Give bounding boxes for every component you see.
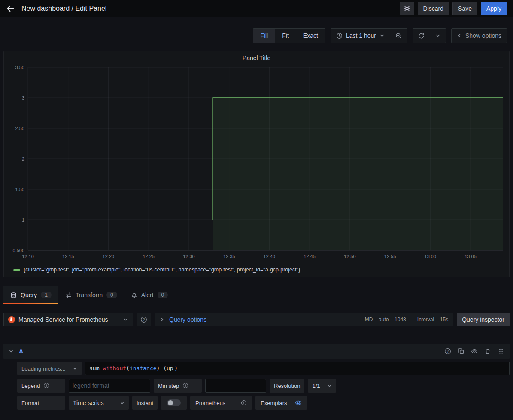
chevron-left-icon	[457, 33, 462, 38]
svg-text:12:35: 12:35	[223, 254, 235, 259]
resolution-label: Resolution	[274, 383, 300, 389]
zoom-out-icon	[395, 33, 402, 39]
instant-label: Instant	[137, 400, 153, 406]
legend-format-input[interactable]	[69, 379, 150, 393]
toggle-knob	[168, 400, 173, 405]
refresh-button[interactable]	[413, 29, 430, 43]
resolution-value: 1/1	[312, 383, 320, 389]
chart-legend[interactable]: {cluster="gmp-test", job="prom-example",…	[13, 265, 507, 274]
view-mode-exact[interactable]: Exact	[296, 29, 325, 43]
query-help-icon[interactable]: ?	[444, 348, 451, 355]
legend-label-chip: Legend	[17, 379, 65, 393]
svg-text:?: ?	[447, 349, 449, 353]
svg-text:3.50: 3.50	[15, 65, 24, 70]
svg-text:2: 2	[22, 156, 24, 161]
discard-button[interactable]: Discard	[418, 2, 449, 15]
show-options-label: Show options	[465, 32, 501, 39]
refresh-group	[413, 28, 446, 43]
chevron-down-icon	[123, 317, 128, 322]
instant-toggle[interactable]	[167, 399, 181, 406]
duplicate-query-icon[interactable]	[458, 348, 464, 355]
delete-query-trash-icon[interactable]	[484, 348, 491, 355]
resolution-select[interactable]: 1/1	[308, 379, 336, 393]
datasource-name: Managed Service for Prometheus	[18, 316, 108, 323]
svg-text:12:45: 12:45	[304, 254, 316, 259]
promql-expression-input[interactable]: sum without(instance) (up)	[85, 362, 510, 375]
legend-series-marker	[13, 269, 20, 271]
svg-text:12:50: 12:50	[344, 254, 356, 259]
svg-text:13:00: 13:00	[425, 254, 437, 259]
page-title: New dashboard / Edit Panel	[21, 5, 106, 12]
query-row-header[interactable]: A ?	[3, 344, 510, 359]
save-button[interactable]: Save	[452, 2, 477, 15]
svg-text:12:30: 12:30	[183, 254, 195, 259]
metric-select[interactable]: Loading metrics...	[17, 362, 82, 375]
time-range-label: Last 1 hour	[346, 32, 376, 39]
tab-alert-count: 0	[158, 292, 168, 298]
datasource-picker[interactable]: Managed Service for Prometheus	[3, 313, 133, 326]
tab-alert[interactable]: Alert 0	[124, 286, 175, 304]
tab-transform-label: Transform	[76, 292, 103, 298]
query-options-bar: Query options MD = auto = 1048 Interval …	[155, 313, 453, 326]
min-step-input[interactable]	[205, 379, 266, 393]
help-circle-icon: ?	[140, 316, 147, 323]
info-circle-icon[interactable]	[182, 383, 188, 389]
bell-icon	[131, 292, 137, 298]
tab-transform-count: 0	[106, 292, 117, 298]
zoom-out-button[interactable]	[390, 29, 407, 43]
instant-toggle-chip	[161, 396, 187, 410]
time-range-picker[interactable]: Last 1 hour	[331, 29, 390, 43]
exemplars-label: Exemplars	[261, 400, 287, 406]
query-editor: Loading metrics... sum without(instance)…	[17, 362, 510, 410]
tab-query-count: 1	[41, 292, 52, 298]
info-circle-icon[interactable]	[43, 383, 49, 389]
view-mode-fill[interactable]: Fill	[253, 29, 275, 43]
show-options-button[interactable]: Show options	[452, 29, 507, 43]
hide-query-eye-icon[interactable]	[471, 348, 478, 355]
format-label: Format	[21, 400, 39, 406]
svg-text:2.50: 2.50	[15, 126, 24, 131]
metric-select-placeholder: Loading metrics...	[21, 365, 66, 372]
datasource-help-button[interactable]: ?	[137, 313, 151, 326]
tab-query-label: Query	[21, 292, 37, 298]
svg-text:12:15: 12:15	[62, 254, 74, 259]
show-options-group: Show options	[451, 28, 507, 43]
svg-text:1: 1	[22, 217, 24, 222]
svg-text:12:10: 12:10	[22, 254, 34, 259]
chevron-down-icon	[435, 33, 440, 38]
info-circle-icon[interactable]	[241, 400, 247, 406]
svg-text:3: 3	[22, 95, 24, 100]
back-arrow-icon[interactable]	[6, 4, 15, 13]
chevron-down-icon	[379, 33, 385, 38]
datasource-row: Managed Service for Prometheus ? Query o…	[3, 313, 510, 326]
format-select[interactable]: Time series	[69, 396, 129, 410]
time-picker-group: Last 1 hour	[331, 28, 407, 43]
chevron-right-icon	[160, 317, 165, 322]
panel-title[interactable]: Panel Title	[6, 53, 507, 63]
exemplars-chip: Exemplars	[255, 396, 307, 410]
expression-code: sum without(instance) (up)	[89, 365, 178, 372]
tab-transform[interactable]: Transform 0	[58, 286, 124, 304]
chevron-down-icon	[73, 366, 77, 371]
tab-query[interactable]: Query 1	[3, 286, 58, 304]
prometheus-label: Prometheus	[195, 400, 225, 406]
chevron-down-icon	[327, 383, 332, 388]
view-mode-fit[interactable]: Fit	[275, 29, 296, 43]
legend-series-label[interactable]: {cluster="gmp-test", job="prom-example",…	[24, 267, 300, 273]
timeseries-chart[interactable]: 0.50011.5022.5033.5012:1012:1512:2012:25…	[6, 63, 507, 264]
collapse-chevron-icon[interactable]	[9, 349, 14, 354]
exemplars-eye-icon[interactable]	[295, 399, 302, 406]
refresh-interval-dropdown[interactable]	[430, 29, 446, 43]
chevron-down-icon	[120, 401, 124, 405]
panel-settings-button[interactable]	[400, 2, 414, 15]
query-options-toggle[interactable]: Query options	[169, 316, 206, 323]
editor-tabs: Query 1 Transform 0 Alert 0	[3, 286, 513, 304]
instant-label-chip: Instant	[132, 396, 158, 410]
query-inspector-button[interactable]: Query inspector	[457, 313, 510, 326]
format-label-chip: Format	[17, 396, 65, 410]
transform-icon	[65, 292, 72, 298]
drag-handle-icon[interactable]	[498, 348, 504, 355]
apply-button[interactable]: Apply	[481, 2, 507, 15]
min-step-label: Min step	[158, 383, 179, 389]
top-bar: New dashboard / Edit Panel Discard Save …	[0, 0, 513, 17]
